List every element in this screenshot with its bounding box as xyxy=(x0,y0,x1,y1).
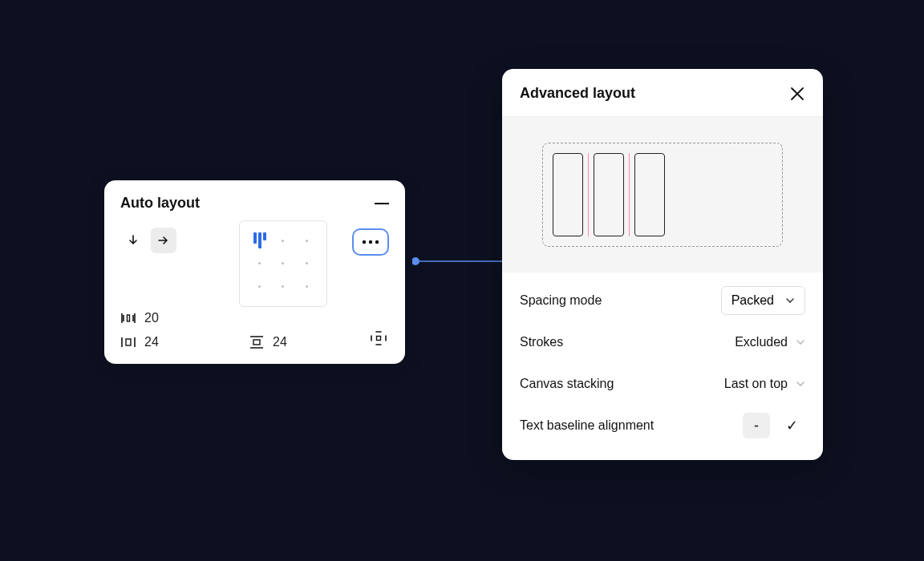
chevron-down-icon xyxy=(796,379,805,389)
close-button[interactable] xyxy=(789,86,805,102)
padding-horizontal-field[interactable]: 24 xyxy=(120,335,209,349)
arrow-right-icon xyxy=(157,234,170,247)
preview-item xyxy=(634,153,665,236)
svg-point-1 xyxy=(369,240,372,244)
chevron-down-icon xyxy=(796,337,805,347)
strokes-row: Strokes Excluded xyxy=(520,325,805,359)
canvas-stacking-label: Canvas stacking xyxy=(520,377,614,391)
padding-horizontal-icon xyxy=(120,336,136,349)
individual-padding-button[interactable] xyxy=(370,330,387,346)
item-spacing-value: 20 xyxy=(144,311,184,325)
alignment-grid[interactable] xyxy=(239,220,327,307)
auto-layout-title: Auto layout xyxy=(120,195,200,212)
layout-preview xyxy=(502,117,823,272)
arrow-down-icon xyxy=(127,234,140,247)
collapse-button[interactable] xyxy=(375,203,389,204)
padding-vertical-value: 24 xyxy=(273,335,313,349)
canvas-stacking-row: Canvas stacking Last on top xyxy=(520,367,805,401)
baseline-on-button[interactable]: ✓ xyxy=(778,413,805,438)
canvas-stacking-select[interactable]: Last on top xyxy=(724,377,805,391)
strokes-label: Strokes xyxy=(520,335,563,349)
advanced-layout-button[interactable] xyxy=(352,228,389,256)
preview-item xyxy=(553,153,583,236)
text-baseline-label: Text baseline alignment xyxy=(520,418,654,433)
padding-vertical-icon xyxy=(249,335,265,349)
align-top-left-icon xyxy=(253,232,266,248)
auto-layout-panel: Auto layout xyxy=(104,180,405,364)
svg-point-0 xyxy=(363,240,366,244)
padding-vertical-field[interactable]: 24 xyxy=(249,335,337,349)
svg-rect-5 xyxy=(253,340,260,345)
baseline-off-button[interactable]: - xyxy=(743,413,770,438)
direction-horizontal-button[interactable] xyxy=(151,228,176,253)
strokes-value: Excluded xyxy=(735,335,788,349)
svg-point-7 xyxy=(412,257,419,265)
minus-icon xyxy=(375,203,389,204)
text-baseline-row: Text baseline alignment - ✓ xyxy=(520,409,805,442)
preview-frame xyxy=(542,143,783,247)
more-horizontal-icon xyxy=(362,240,379,244)
close-icon xyxy=(789,86,805,102)
advanced-layout-title: Advanced layout xyxy=(520,85,635,102)
spacing-mode-row: Spacing mode Packed xyxy=(520,284,805,317)
preview-item xyxy=(594,153,624,236)
item-spacing-field[interactable]: 20 xyxy=(120,311,209,325)
svg-rect-3 xyxy=(128,315,130,321)
svg-rect-4 xyxy=(126,339,131,345)
chevron-down-icon xyxy=(785,296,795,305)
advanced-layout-panel: Advanced layout Spacing mode Packed xyxy=(502,69,823,460)
padding-horizontal-value: 24 xyxy=(144,335,184,349)
spacing-mode-label: Spacing mode xyxy=(520,293,602,308)
svg-rect-6 xyxy=(377,337,381,341)
spacing-mode-select[interactable]: Packed xyxy=(721,286,805,315)
strokes-select[interactable]: Excluded xyxy=(735,335,805,349)
canvas-stacking-value: Last on top xyxy=(724,377,788,391)
svg-point-2 xyxy=(375,240,379,244)
direction-vertical-button[interactable] xyxy=(120,228,146,253)
individual-padding-icon xyxy=(370,330,387,346)
spacing-mode-value: Packed xyxy=(732,293,774,308)
spacing-horizontal-icon xyxy=(120,312,136,325)
